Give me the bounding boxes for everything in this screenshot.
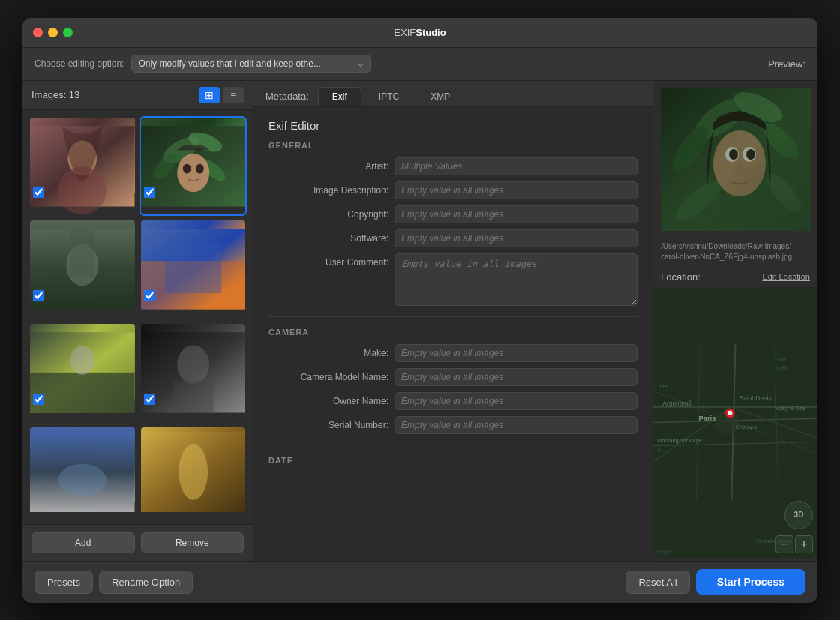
zoom-in-button[interactable]: + — [795, 535, 813, 553]
list-item[interactable]: fabia...sh.jpg — [140, 322, 248, 423]
copyright-input[interactable] — [394, 205, 638, 223]
image-checkbox[interactable] — [33, 187, 44, 198]
serial-number-label: Serial Number: — [268, 416, 388, 430]
remove-button[interactable]: Remove — [141, 532, 244, 553]
image-thumbnail — [30, 427, 135, 502]
list-item[interactable] — [28, 426, 136, 518]
reset-all-button[interactable]: Reset All — [626, 571, 689, 594]
close-button[interactable] — [33, 28, 43, 37]
svg-rect-13 — [70, 229, 94, 277]
list-item[interactable]: carol-...h.jpg — [140, 116, 248, 217]
editor-content: Exif Editor GENERAL Artist: Image Descri… — [254, 107, 652, 561]
tab-iptc[interactable]: IPTC — [364, 87, 413, 106]
artist-label: Artist: — [268, 157, 388, 172]
svg-point-28 — [688, 90, 753, 146]
preview-image — [661, 88, 811, 231]
owner-name-label: Owner Name: — [268, 392, 388, 406]
editing-option-select[interactable]: Only modify values that I edit and keep … — [131, 55, 371, 73]
date-group-label: DATE — [268, 456, 638, 465]
minimize-button[interactable] — [48, 28, 58, 37]
preview-image-area — [653, 81, 818, 238]
image-thumbnail — [30, 220, 135, 295]
svg-point-37 — [729, 149, 738, 160]
svg-rect-27 — [661, 88, 811, 231]
svg-point-31 — [758, 118, 804, 163]
list-item[interactable]: park...sh.jpg — [28, 322, 136, 423]
general-group-label: GENERAL — [268, 141, 638, 150]
tab-xmp[interactable]: XMP — [416, 87, 464, 106]
camera-group-label: CAMERA — [268, 328, 638, 337]
svg-text:de Ri: de Ri — [775, 364, 788, 370]
editing-option-select-wrap[interactable]: Only modify values that I edit and keep … — [131, 55, 371, 73]
maximize-button[interactable] — [63, 28, 73, 37]
svg-point-32 — [700, 155, 772, 201]
list-item[interactable]: joe-...sh.jpg — [140, 219, 248, 319]
map-background: Argenteuil Saint-Denis Noisy-le-Gra Pari… — [653, 287, 818, 558]
copyright-label: Copyright: — [268, 205, 388, 220]
svg-text:Paris: Paris — [698, 415, 716, 422]
edit-location-button[interactable]: Edit Location — [762, 272, 810, 281]
image-description-input[interactable] — [394, 181, 638, 199]
image-checkbox[interactable] — [144, 187, 155, 198]
image-checkbox[interactable] — [144, 290, 155, 301]
image-grid: arun-...h.jpg — [22, 110, 253, 524]
user-comment-input[interactable] — [394, 253, 638, 306]
view-grid-button[interactable]: ⊞ — [199, 87, 220, 103]
svg-point-29 — [730, 88, 787, 128]
svg-rect-22 — [172, 381, 213, 413]
add-button[interactable]: Add — [32, 532, 135, 553]
map-container[interactable]: Argenteuil Saint-Denis Noisy-le-Gra Pari… — [653, 287, 818, 558]
field-row-software: Software: — [268, 229, 638, 247]
metadata-label: Metadata: — [266, 91, 309, 102]
tab-exif[interactable]: Exif — [318, 87, 362, 106]
serial-number-input[interactable] — [394, 416, 638, 434]
svg-point-53 — [728, 410, 732, 415]
svg-point-10 — [195, 163, 203, 173]
view-list-button[interactable]: ≡ — [223, 87, 244, 103]
user-comment-label: User Comment: — [268, 253, 388, 268]
list-item[interactable]: arun-...h.jpg — [28, 116, 136, 217]
sidebar-footer: Add Remove — [22, 524, 253, 561]
location-row: Location: Edit Location — [653, 267, 818, 287]
rename-option-button[interactable]: Rename Option — [99, 571, 193, 594]
svg-point-8 — [177, 153, 209, 192]
start-process-button[interactable]: Start Process — [696, 569, 806, 595]
svg-point-9 — [182, 163, 190, 173]
artist-input[interactable] — [394, 157, 638, 175]
map-compass[interactable]: 3D — [784, 501, 813, 529]
svg-text:Argenteuil: Argenteuil — [663, 399, 692, 406]
svg-text:Forê: Forê — [775, 356, 786, 363]
owner-name-input[interactable] — [394, 392, 638, 410]
presets-button[interactable]: Presets — [34, 571, 93, 594]
image-checkbox[interactable] — [33, 290, 44, 301]
image-thumbnail — [30, 118, 135, 193]
image-thumbnail — [141, 220, 246, 295]
titlebar: EXIFStudio — [22, 18, 818, 48]
svg-point-21 — [177, 345, 209, 384]
svg-point-39 — [746, 149, 755, 160]
image-checkbox[interactable] — [33, 394, 44, 405]
editor-section-title: Exif Editor — [268, 119, 638, 132]
image-checkbox[interactable] — [144, 394, 155, 405]
svg-point-24 — [58, 463, 106, 496]
image-thumbnail — [141, 324, 246, 399]
svg-point-38 — [742, 147, 756, 162]
editing-option-label: Choose editing option: — [34, 58, 124, 69]
svg-text:ote...: ote... — [659, 382, 671, 389]
field-row-camera-model: Camera Model Name: — [268, 368, 638, 386]
editor-panel: Metadata: Exif IPTC XMP Exif Editor GENE… — [254, 81, 652, 561]
software-input[interactable] — [394, 229, 638, 247]
map-fontainebleau-label: Fontainebleau — [754, 538, 792, 544]
svg-point-19 — [70, 346, 94, 375]
svg-point-26 — [178, 444, 208, 500]
camera-model-input[interactable] — [394, 368, 638, 386]
svg-point-36 — [725, 147, 739, 162]
make-input[interactable] — [394, 344, 638, 362]
svg-text:Noisy-le-Gra: Noisy-le-Gra — [775, 404, 806, 411]
list-item[interactable] — [140, 426, 248, 518]
field-row-copyright: Copyright: — [268, 205, 638, 223]
view-toggle: ⊞ ≡ — [199, 87, 244, 103]
svg-rect-16 — [165, 245, 221, 293]
map-legal-text: Legal — [656, 548, 671, 555]
list-item[interactable]: kal-vi...h.jpg — [28, 219, 136, 319]
